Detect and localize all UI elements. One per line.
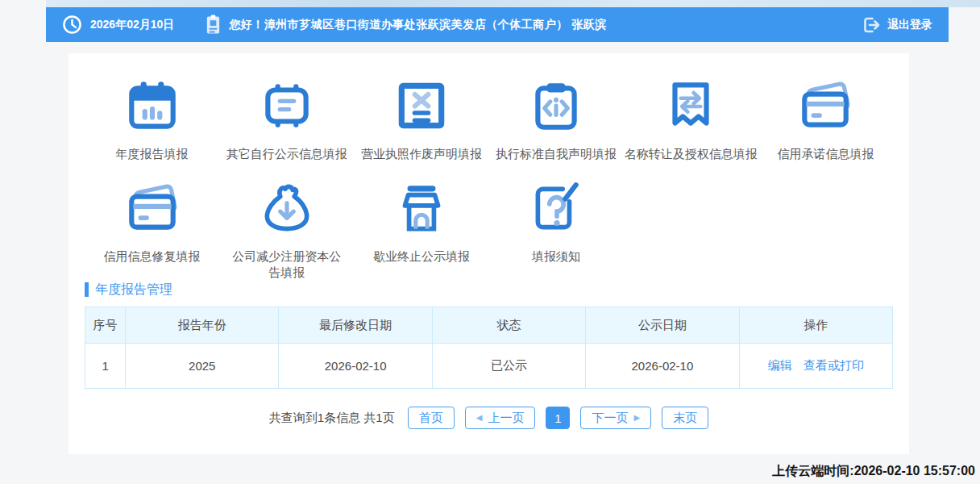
- module-credit-repair[interactable]: 信用信息修复填报: [85, 178, 219, 281]
- module-name-transfer[interactable]: 名称转让及授权信息填报: [624, 76, 758, 162]
- bulletin-board-icon: [257, 76, 317, 139]
- col-header-status: 状态: [432, 307, 585, 344]
- clipboard-code-icon: [526, 76, 586, 139]
- upload-time-text: 上传云端时间:2026-02-10 15:57:00: [772, 463, 975, 480]
- prev-page-button[interactable]: ◀ 上一页: [465, 407, 536, 429]
- section-title-bar: 年度报告管理: [85, 281, 909, 298]
- first-page-label: 首页: [419, 411, 443, 426]
- current-page-button[interactable]: 1: [546, 407, 570, 429]
- module-other-disclosure[interactable]: 其它自行公示信息填报: [219, 76, 354, 162]
- module-label: 名称转让及授权信息填报: [625, 146, 758, 162]
- storefront-icon: [392, 178, 451, 241]
- logout-icon: [862, 15, 881, 35]
- clock-icon: [62, 15, 82, 35]
- col-header-actions: 操作: [739, 307, 892, 344]
- main-card: 年度报告填报 其它自行公示信息填报: [69, 53, 909, 454]
- credit-card-icon: [795, 76, 855, 139]
- prev-page-label: 上一页: [488, 411, 524, 426]
- module-label: 信用信息修复填报: [104, 248, 201, 265]
- module-label: 营业执照作废声明填报: [361, 146, 482, 162]
- logout-button[interactable]: 退出登录: [862, 15, 932, 35]
- module-label: 其它自行公示信息填报: [226, 146, 347, 162]
- module-label: 公司减少注册资本公告填报: [232, 248, 342, 281]
- transfer-ribbon-icon: [661, 76, 720, 139]
- module-label: 信用承诺信息填报: [777, 146, 874, 162]
- col-header-publish-date: 公示日期: [586, 307, 739, 344]
- question-edit-icon: [526, 178, 586, 241]
- module-label: 执行标准自我声明填报: [496, 146, 617, 162]
- col-header-index: 序号: [85, 307, 126, 344]
- module-standard-declaration[interactable]: 执行标准自我声明填报: [489, 76, 624, 162]
- first-page-button[interactable]: 首页: [408, 407, 455, 429]
- module-capital-reduction[interactable]: 公司减少注册资本公告填报: [219, 178, 354, 281]
- module-credit-commitment[interactable]: 信用承诺信息填报: [758, 76, 893, 162]
- view-or-print-link[interactable]: 查看或打印: [804, 358, 864, 372]
- module-annual-report[interactable]: 年度报告填报: [85, 76, 219, 162]
- module-label: 年度报告填报: [116, 146, 189, 162]
- cell-modified: 2026-02-10: [279, 344, 432, 389]
- logout-label: 退出登录: [887, 18, 932, 32]
- module-business-closure[interactable]: 歇业终止公示填报: [354, 178, 488, 281]
- table-row: 1 2025 2026-02-10 已公示 2026-02-10 编辑 查看或打…: [85, 344, 893, 389]
- module-label: 填报须知: [532, 248, 580, 265]
- license-void-icon: [392, 76, 451, 139]
- col-header-year: 报告年份: [126, 307, 279, 344]
- table-header-row: 序号 报告年份 最后修改日期 状态 公示日期 操作: [85, 307, 893, 344]
- left-arrow-icon: ◀: [476, 414, 483, 422]
- current-date: 2026年02月10日: [90, 18, 174, 32]
- sky-background-strip: [46, 0, 980, 7]
- cell-year: 2025: [126, 344, 279, 389]
- module-license-void[interactable]: 营业执照作废声明填报: [354, 76, 488, 162]
- credit-card-icon: [122, 178, 182, 241]
- right-arrow-icon: ▶: [633, 414, 640, 422]
- module-label: 歇业终止公示填报: [373, 248, 470, 265]
- pagination-summary: 共查询到1条信息 共1页: [269, 411, 395, 426]
- next-page-button[interactable]: 下一页 ▶: [580, 407, 651, 429]
- cell-status: 已公示: [432, 344, 585, 389]
- id-badge-icon: [205, 15, 222, 35]
- annual-report-table: 序号 报告年份 最后修改日期 状态 公示日期 操作 1 2025 2026-02…: [85, 307, 893, 389]
- last-page-button[interactable]: 末页: [662, 407, 708, 429]
- cell-actions: 编辑 查看或打印: [739, 344, 892, 389]
- current-page-number: 1: [554, 411, 561, 425]
- pagination: 共查询到1条信息 共1页 首页 ◀ 上一页 1 下一页 ▶ 末页: [69, 407, 909, 429]
- next-page-label: 下一页: [592, 411, 628, 426]
- section-title: 年度报告管理: [95, 282, 172, 298]
- money-bag-down-icon: [257, 178, 317, 241]
- module-grid: 年度报告填报 其它自行公示信息填报: [69, 53, 909, 281]
- module-filing-instructions[interactable]: 填报须知: [489, 178, 624, 281]
- top-header-bar: 2026年02月10日 您好！漳州市芗城区巷口街道办事处张跃滨美发店（个体工商户…: [46, 7, 949, 42]
- calendar-chart-icon: [122, 76, 182, 139]
- col-header-modified: 最后修改日期: [279, 307, 432, 344]
- cell-publish-date: 2026-02-10: [586, 344, 739, 389]
- cell-index: 1: [85, 344, 126, 389]
- last-page-label: 末页: [673, 411, 697, 426]
- edit-link[interactable]: 编辑: [768, 358, 792, 372]
- user-greeting: 您好！漳州市芗城区巷口街道办事处张跃滨美发店（个体工商户） 张跃滨: [229, 18, 606, 32]
- title-marker: [85, 282, 89, 297]
